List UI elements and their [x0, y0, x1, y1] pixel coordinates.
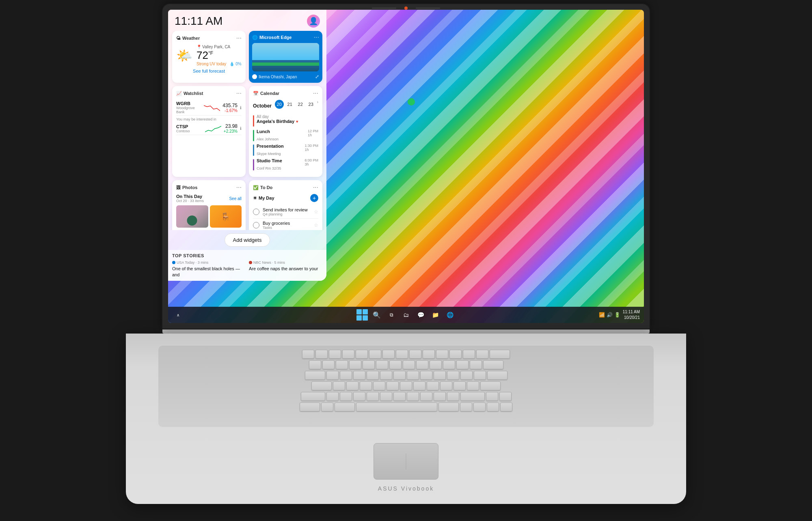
- speaker-icon[interactable]: 🔊: [607, 312, 613, 318]
- key-7[interactable]: [403, 360, 415, 369]
- key-6[interactable]: [389, 360, 402, 369]
- key-v[interactable]: [367, 392, 379, 401]
- key-del[interactable]: [490, 350, 510, 359]
- key-8[interactable]: [416, 360, 428, 369]
- key-f12[interactable]: [476, 350, 488, 359]
- todo-checkbox-1[interactable]: [253, 209, 259, 215]
- photos-menu[interactable]: ···: [236, 184, 242, 191]
- task-view-button[interactable]: ⧉: [386, 309, 397, 321]
- key-lbracket[interactable]: [460, 371, 473, 380]
- key-d[interactable]: [360, 381, 372, 390]
- cal-day-22[interactable]: 22: [296, 100, 305, 109]
- key-0[interactable]: [443, 360, 455, 369]
- stock-row-wgrb[interactable]: WGRB Woodgrove Bank 435.75 -1.67%: [176, 100, 242, 116]
- key-f7[interactable]: [409, 350, 421, 359]
- key-f9[interactable]: [436, 350, 448, 359]
- key-backtick[interactable]: [309, 360, 321, 369]
- key-comma[interactable]: [420, 392, 432, 401]
- key-f10[interactable]: [449, 350, 462, 359]
- key-s[interactable]: [346, 381, 358, 390]
- key-r[interactable]: [367, 371, 379, 380]
- edge-expand-icon[interactable]: ⤢: [315, 74, 319, 80]
- key-space[interactable]: [356, 403, 437, 411]
- key-5[interactable]: [376, 360, 388, 369]
- key-f2[interactable]: [342, 350, 354, 359]
- key-9[interactable]: [430, 360, 442, 369]
- key-a[interactable]: [333, 381, 345, 390]
- todo-checkbox-2[interactable]: [253, 222, 259, 228]
- key-k[interactable]: [427, 381, 439, 390]
- chat-button[interactable]: 💬: [415, 309, 426, 321]
- cal-day-23[interactable]: 23: [307, 100, 315, 109]
- key-f11[interactable]: [463, 350, 475, 359]
- key-lshift[interactable]: [301, 392, 325, 401]
- key-f1[interactable]: [329, 350, 341, 359]
- key-quote[interactable]: [467, 381, 479, 390]
- todo-star-1[interactable]: ☆: [314, 209, 318, 215]
- key-4[interactable]: [363, 360, 375, 369]
- widgets-button[interactable]: 🗂: [400, 309, 412, 321]
- stock-info-icon-ctsp[interactable]: ℹ: [240, 126, 242, 131]
- battery-icon[interactable]: 🔋: [614, 312, 620, 318]
- key-right[interactable]: [500, 403, 512, 411]
- key-equal[interactable]: [470, 360, 482, 369]
- key-p[interactable]: [447, 371, 459, 380]
- key-lctrl[interactable]: [300, 403, 320, 411]
- wifi-icon[interactable]: 📶: [599, 312, 605, 318]
- key-f6[interactable]: [396, 350, 408, 359]
- key-j[interactable]: [413, 381, 425, 390]
- photo-thumb-1[interactable]: [176, 205, 208, 228]
- taskbar-clock[interactable]: 11:11 AM 10/20/21: [623, 309, 640, 321]
- touchpad[interactable]: [374, 443, 438, 480]
- key-x[interactable]: [340, 392, 352, 401]
- add-widgets-button[interactable]: Add widgets: [225, 233, 270, 247]
- key-w[interactable]: [340, 371, 352, 380]
- stock-row-ctsp[interactable]: CTSP Contoso 23.98 +2.23%: [176, 122, 242, 135]
- key-period[interactable]: [434, 392, 446, 401]
- key-numpad-1[interactable]: [499, 392, 512, 401]
- weather-forecast-link[interactable]: See full forecast: [176, 69, 242, 73]
- key-h[interactable]: [400, 381, 412, 390]
- key-f[interactable]: [373, 381, 385, 390]
- news-item-1[interactable]: USA Today · 3 mins One of the smallest b…: [172, 260, 246, 278]
- key-3[interactable]: [349, 360, 361, 369]
- key-z[interactable]: [326, 392, 339, 401]
- file-explorer-button[interactable]: 📁: [430, 309, 441, 321]
- key-l[interactable]: [440, 381, 452, 390]
- photos-see-all[interactable]: See all: [229, 196, 242, 201]
- key-q[interactable]: [326, 371, 339, 380]
- start-button[interactable]: [356, 309, 368, 321]
- key-g[interactable]: [387, 381, 399, 390]
- todo-add-button[interactable]: +: [310, 194, 318, 202]
- key-f5[interactable]: [382, 350, 395, 359]
- cal-day-20[interactable]: 20: [275, 100, 284, 109]
- search-button[interactable]: 🔍: [371, 309, 382, 321]
- key-o[interactable]: [434, 371, 446, 380]
- key-c[interactable]: [353, 392, 365, 401]
- key-u[interactable]: [407, 371, 419, 380]
- key-rshift[interactable]: [460, 392, 485, 401]
- weather-menu[interactable]: ···: [236, 35, 242, 41]
- watchlist-menu[interactable]: ···: [236, 90, 242, 97]
- cal-day-21[interactable]: 21: [285, 100, 294, 109]
- news-item-2[interactable]: NBC News · 5 mins Are coffee naps the an…: [249, 260, 322, 278]
- key-y[interactable]: [393, 371, 406, 380]
- key-f4[interactable]: [369, 350, 381, 359]
- key-n[interactable]: [393, 392, 406, 401]
- key-backspace[interactable]: [483, 360, 503, 369]
- key-up[interactable]: [486, 392, 498, 401]
- key-f3[interactable]: [356, 350, 368, 359]
- taskbar-chevron-up[interactable]: ∧: [172, 309, 184, 321]
- key-tab[interactable]: [305, 371, 325, 380]
- key-caps[interactable]: [311, 381, 332, 390]
- key-b[interactable]: [380, 392, 392, 401]
- key-i[interactable]: [420, 371, 432, 380]
- edge-image[interactable]: [252, 43, 319, 71]
- todo-menu[interactable]: ···: [313, 184, 318, 191]
- key-backslash[interactable]: [487, 371, 508, 380]
- photo-thumb-2[interactable]: [210, 205, 242, 228]
- key-enter[interactable]: [480, 381, 501, 390]
- key-lalt[interactable]: [335, 403, 355, 411]
- key-rctrl[interactable]: [460, 403, 472, 411]
- key-e[interactable]: [353, 371, 365, 380]
